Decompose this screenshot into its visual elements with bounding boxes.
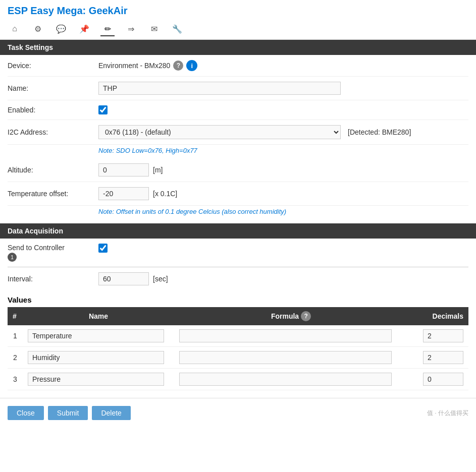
message-icon[interactable]: 💬	[54, 22, 68, 36]
values-title: Values	[8, 296, 468, 304]
i2c-note: Note: SDO Low=0x76, High=0x77	[8, 145, 468, 158]
row-name-input[interactable]	[28, 329, 164, 342]
temp-offset-row: Temperature offset: [x 0.1C]	[8, 182, 468, 206]
device-label: Device:	[8, 62, 98, 70]
row-decimals-input[interactable]	[423, 373, 463, 386]
altitude-control: [m]	[98, 163, 468, 176]
th-num: #	[8, 307, 23, 325]
i2c-control: 0x76 (118) - (default) 0x77 (119) [Detec…	[98, 125, 468, 139]
enabled-label: Enabled:	[8, 106, 98, 114]
arrow-icon[interactable]: ⇒	[124, 22, 138, 36]
device-value-area: Environment - BMx280 ? i	[98, 60, 197, 71]
send-controller-checkbox[interactable]	[98, 244, 108, 253]
row-formula-cell	[174, 347, 408, 369]
email-icon[interactable]: ✉	[147, 22, 161, 36]
row-formula-input[interactable]	[179, 373, 392, 386]
enabled-row: Enabled:	[8, 100, 468, 120]
row-name-input[interactable]	[28, 351, 164, 364]
row-name-cell	[23, 347, 174, 369]
device-row: Device: Environment - BMx280 ? i	[8, 55, 468, 77]
table-row: 3	[8, 369, 468, 390]
values-table-body: 1 2 3	[8, 325, 468, 390]
i2c-label: I2C Address:	[8, 128, 98, 136]
row-decimals-cell	[408, 325, 468, 347]
i2c-row: I2C Address: 0x76 (118) - (default) 0x77…	[8, 120, 468, 145]
row-formula-cell	[174, 325, 408, 347]
footer-bar: Close Submit Delete 值 · 什么值得买	[0, 398, 476, 428]
altitude-label: Altitude:	[8, 166, 98, 174]
values-table: # Name Formula ? Decimals 1	[8, 307, 468, 390]
send-label-area: Send to Controller 1	[8, 244, 98, 262]
row-formula-cell	[174, 369, 408, 390]
send-controller-row: Send to Controller 1	[8, 239, 468, 267]
altitude-input[interactable]	[98, 163, 149, 176]
temp-offset-input[interactable]	[98, 187, 149, 200]
row-formula-input[interactable]	[179, 329, 392, 342]
temp-offset-label: Temperature offset:	[8, 190, 98, 198]
row-name-cell	[23, 369, 174, 390]
interval-row: Interval: [sec]	[8, 267, 468, 290]
interval-control: [sec]	[98, 272, 468, 285]
values-section: Values # Name Formula ? Decimals 1	[0, 290, 476, 390]
plug-icon[interactable]: ✏	[100, 22, 115, 36]
formula-help-icon[interactable]: ?	[301, 311, 311, 321]
values-table-header: # Name Formula ? Decimals	[8, 307, 468, 325]
footer-buttons: Close Submit Delete	[8, 406, 131, 420]
send-controller-num: 1	[8, 253, 17, 262]
table-row: 2	[8, 347, 468, 369]
row-num: 2	[8, 347, 23, 369]
nav-bar: ⌂ ⚙ 💬 📌 ✏ ⇒ ✉ 🔧	[0, 19, 476, 40]
th-formula: Formula ?	[174, 307, 408, 325]
row-decimals-cell	[408, 369, 468, 390]
altitude-unit: [m]	[153, 166, 163, 174]
page-header: ESP Easy Mega: GeekAir	[0, 0, 476, 19]
row-name-input[interactable]	[28, 373, 164, 386]
th-name: Name	[23, 307, 174, 325]
send-controller-checkbox-area	[98, 244, 108, 254]
temp-note: Note: Offset in units of 0.1 degree Celc…	[8, 206, 468, 219]
home-icon[interactable]: ⌂	[8, 22, 22, 36]
interval-unit: [sec]	[153, 275, 168, 283]
device-help-icon[interactable]: ?	[173, 61, 183, 71]
settings-icon[interactable]: ⚙	[31, 22, 45, 36]
name-row: Name:	[8, 77, 468, 100]
submit-button[interactable]: Submit	[48, 406, 88, 420]
send-controller-label: Send to Controller	[8, 244, 98, 252]
row-name-cell	[23, 325, 174, 347]
altitude-row: Altitude: [m]	[8, 158, 468, 182]
table-row: 1	[8, 325, 468, 347]
page-title: ESP Easy Mega: GeekAir	[8, 5, 128, 16]
close-button[interactable]: Close	[8, 406, 44, 420]
th-decimals: Decimals	[408, 307, 468, 325]
interval-label: Interval:	[8, 275, 98, 283]
data-acquisition-form: Send to Controller 1 Interval: [sec]	[0, 239, 476, 290]
temp-offset-control: [x 0.1C]	[98, 187, 468, 200]
interval-input[interactable]	[98, 272, 149, 285]
temp-offset-unit: [x 0.1C]	[153, 190, 177, 198]
name-control	[98, 82, 468, 95]
footer-watermark: 值 · 什么值得买	[427, 409, 468, 418]
row-formula-input[interactable]	[179, 351, 392, 364]
device-value-text: Environment - BMx280	[98, 62, 170, 70]
row-decimals-input[interactable]	[423, 351, 463, 364]
data-acquisition-header: Data Acquisition	[0, 223, 476, 239]
pin-icon[interactable]: 📌	[77, 22, 91, 36]
enabled-control	[98, 105, 468, 114]
i2c-detected: [Detected: BME280]	[348, 128, 411, 136]
device-info-icon[interactable]: i	[186, 60, 197, 71]
row-num: 3	[8, 369, 23, 390]
task-settings-header: Task Settings	[0, 40, 476, 55]
row-num: 1	[8, 325, 23, 347]
enabled-checkbox[interactable]	[98, 105, 108, 114]
wrench-icon[interactable]: 🔧	[170, 22, 184, 36]
task-settings-form: Device: Environment - BMx280 ? i Name: E…	[0, 55, 476, 219]
name-label: Name:	[8, 84, 98, 92]
row-decimals-cell	[408, 347, 468, 369]
name-input[interactable]	[98, 82, 341, 95]
i2c-select[interactable]: 0x76 (118) - (default) 0x77 (119)	[98, 125, 341, 139]
row-decimals-input[interactable]	[423, 329, 463, 342]
delete-button[interactable]: Delete	[92, 406, 130, 420]
